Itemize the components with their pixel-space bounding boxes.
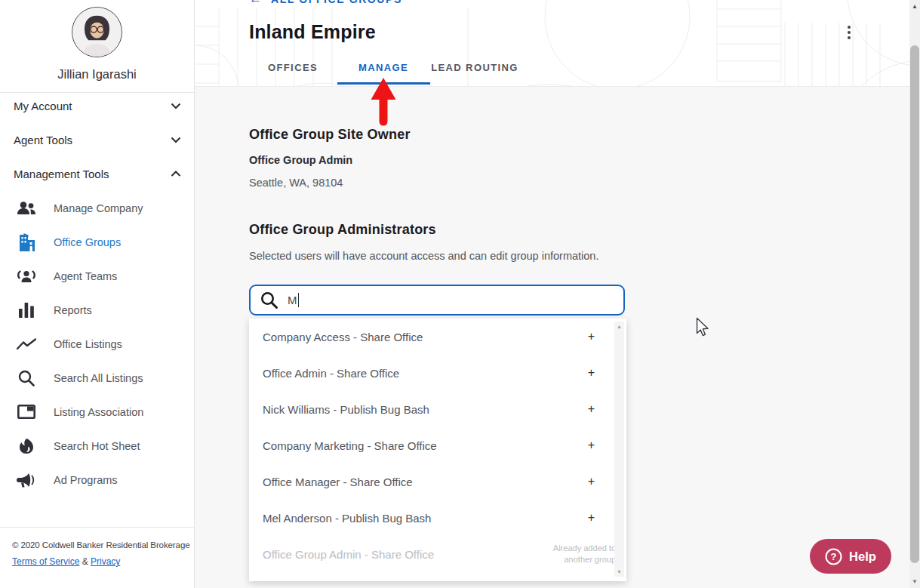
result-row-disabled: Office Group Admin - Share Office Alread… xyxy=(249,536,626,572)
result-label: Office Manager - Share Office xyxy=(263,476,413,488)
red-arrow-annotation xyxy=(370,77,397,127)
sidebar-item-search-all-listings[interactable]: Search All Listings xyxy=(0,361,195,395)
text-caret xyxy=(298,293,300,307)
chevron-down-icon xyxy=(171,103,181,109)
back-to-all-office-groups-link[interactable]: ←ALL OFFICE GROUPS xyxy=(249,0,402,7)
sidebar-item-agent-teams[interactable]: Agent Teams xyxy=(0,259,195,293)
tab-offices[interactable]: OFFICES xyxy=(268,62,318,73)
admins-section-heading: Office Group Administrators xyxy=(249,222,436,238)
already-added-note: Already added to another group xyxy=(529,543,616,565)
folder-icon xyxy=(16,402,37,422)
search-results-dropdown: Company Access - Share Office + Office A… xyxy=(249,319,626,581)
sidebar-item-label: Listing Association xyxy=(54,406,143,418)
result-label: Company Access - Share Office xyxy=(263,331,423,343)
megaphone-icon xyxy=(16,470,37,490)
sidebar-item-manage-company[interactable]: Manage Company xyxy=(0,191,195,225)
result-row[interactable]: Mel Anderson - Publish Bug Bash + xyxy=(249,500,626,536)
main-content: ←ALL OFFICE GROUPS Inland Empire OFFICES… xyxy=(195,0,909,588)
result-label: Office Group Admin - Share Office xyxy=(263,548,434,561)
admin-search-input[interactable]: M xyxy=(249,285,625,316)
sidebar-item-label: Reports xyxy=(54,304,92,316)
sidebar-section-management-tools[interactable]: Management Tools xyxy=(0,160,195,187)
add-plus-icon[interactable]: + xyxy=(588,366,595,380)
owner-name: Office Group Admin xyxy=(249,154,352,166)
links-separator: & xyxy=(79,556,91,567)
result-row[interactable]: Nick Williams - Publish Bug Bash + xyxy=(249,391,626,427)
add-plus-icon[interactable]: + xyxy=(588,439,595,452)
avatar-illustration xyxy=(72,8,122,57)
search-icon xyxy=(260,291,278,309)
sidebar-item-label: Search Hot Sheet xyxy=(54,440,140,452)
scroll-down-icon[interactable]: ▼ xyxy=(617,567,622,577)
scrollbar-down-icon[interactable]: ▼ xyxy=(909,578,920,585)
page-header: ←ALL OFFICE GROUPS Inland Empire OFFICES… xyxy=(195,0,909,87)
owner-location: Seattle, WA, 98104 xyxy=(249,177,343,189)
help-button-label: Help xyxy=(849,550,876,564)
chevron-up-icon xyxy=(171,171,181,177)
sidebar-item-label: Office Listings xyxy=(54,338,122,350)
result-row[interactable]: Office Admin - Share Office + xyxy=(249,355,626,391)
sidebar-item-label: Office Groups xyxy=(54,236,121,248)
user-name: Jillian Igarashi xyxy=(0,67,194,82)
svg-text:?: ? xyxy=(831,551,837,562)
sidebar-section-agent-tools[interactable]: Agent Tools xyxy=(0,126,195,153)
result-row[interactable]: Company Marketing - Share Office + xyxy=(249,427,626,463)
trend-line-icon xyxy=(16,334,37,354)
buildings-icon xyxy=(16,232,37,252)
scroll-up-icon[interactable]: ▲ xyxy=(617,322,622,331)
chevron-down-icon xyxy=(171,137,181,143)
sidebar-section-my-account[interactable]: My Account xyxy=(0,92,195,119)
admins-description: Selected users will have account access … xyxy=(249,250,598,262)
page-scrollbar[interactable]: ▲ ▼ xyxy=(909,0,920,588)
sidebar: Jillian Igarashi My Account Agent Tools … xyxy=(0,0,195,588)
terms-of-service-link[interactable]: Terms of Service xyxy=(12,556,79,567)
sidebar-section-label: Management Tools xyxy=(14,168,109,180)
help-button[interactable]: ? Help xyxy=(810,539,891,574)
sidebar-item-ad-programs[interactable]: Ad Programs xyxy=(0,463,195,497)
add-plus-icon[interactable]: + xyxy=(588,330,595,343)
result-label: Nick Williams - Publish Bug Bash xyxy=(263,403,429,416)
sidebar-item-search-hot-sheet[interactable]: Search Hot Sheet xyxy=(0,429,195,463)
team-icon xyxy=(16,266,37,286)
privacy-link[interactable]: Privacy xyxy=(91,556,120,567)
header-pattern xyxy=(195,0,909,87)
user-profile: Jillian Igarashi xyxy=(0,0,194,82)
sidebar-item-listing-association[interactable]: Listing Association xyxy=(0,395,195,429)
kebab-menu-icon[interactable] xyxy=(841,24,857,41)
search-input-value: M xyxy=(288,294,297,306)
mouse-cursor xyxy=(696,317,710,337)
back-arrow-icon: ← xyxy=(249,0,262,6)
dropdown-scrollbar[interactable]: ▲ ▼ xyxy=(614,322,624,577)
sidebar-footer: © 2020 Coldwell Banker Residential Broke… xyxy=(0,527,195,567)
bar-chart-icon xyxy=(16,300,37,320)
result-label: Company Marketing - Share Office xyxy=(263,439,437,452)
scrollbar-thumb[interactable] xyxy=(910,45,919,563)
flame-icon xyxy=(16,436,37,456)
search-icon xyxy=(16,368,37,388)
sidebar-section-label: Agent Tools xyxy=(14,134,72,146)
scrollbar-up-icon[interactable]: ▲ xyxy=(909,3,920,10)
add-plus-icon[interactable]: + xyxy=(588,402,595,416)
add-plus-icon[interactable]: + xyxy=(588,511,595,525)
add-plus-icon[interactable]: + xyxy=(588,475,595,488)
sidebar-item-label: Manage Company xyxy=(54,202,143,214)
sidebar-section-label: My Account xyxy=(14,100,72,112)
sidebar-item-reports[interactable]: Reports xyxy=(0,293,195,327)
tab-manage[interactable]: MANAGE xyxy=(358,62,408,73)
sidebar-item-label: Ad Programs xyxy=(54,474,118,486)
people-icon xyxy=(16,199,37,218)
result-row[interactable]: Company Access - Share Office + xyxy=(249,319,626,355)
copyright-text: © 2020 Coldwell Banker Residential Broke… xyxy=(12,540,184,550)
sidebar-item-office-groups[interactable]: Office Groups xyxy=(0,225,195,259)
sidebar-item-office-listings[interactable]: Office Listings xyxy=(0,327,195,361)
tab-lead-routing[interactable]: LEAD ROUTING xyxy=(431,62,518,73)
question-circle-icon: ? xyxy=(825,548,842,565)
result-row[interactable]: Office Manager - Share Office + xyxy=(249,463,626,500)
sidebar-tool-list: Manage Company Office Groups Agent Teams… xyxy=(0,191,195,497)
sidebar-item-label: Agent Teams xyxy=(54,270,117,282)
result-label: Mel Anderson - Publish Bug Bash xyxy=(263,512,431,525)
result-label: Office Admin - Share Office xyxy=(263,367,399,380)
sidebar-item-label: Search All Listings xyxy=(54,372,143,384)
footer-links: Terms of Service & Privacy xyxy=(12,556,184,567)
owner-section-heading: Office Group Site Owner xyxy=(249,127,411,143)
